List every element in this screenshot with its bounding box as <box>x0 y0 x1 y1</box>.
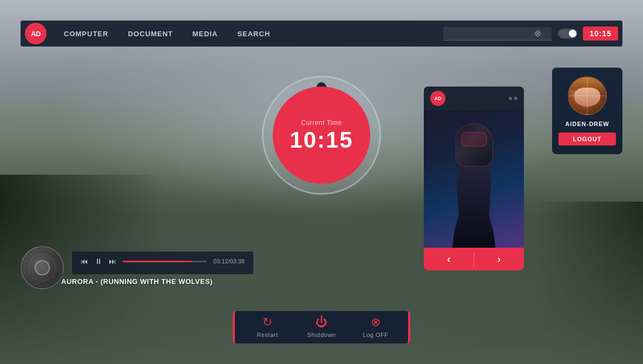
logout-button[interactable]: LOGOUT <box>559 133 616 145</box>
shutdown-icon: ⏻ <box>316 316 327 328</box>
card-logo: AD <box>430 91 445 106</box>
toggle-switch[interactable] <box>558 29 578 38</box>
nav-media[interactable]: MEDIA <box>184 27 227 41</box>
figure-decoration <box>442 112 507 248</box>
logoff-label: Log OFF <box>363 332 389 338</box>
nav-items: COMPUTER DOCUMENT MEDIA SEARCH <box>55 27 437 41</box>
action-logoff[interactable]: ⊗ Log OFF <box>359 316 392 338</box>
shutdown-label: Shutdown <box>307 332 336 338</box>
card-next-button[interactable]: › <box>474 248 524 270</box>
logo-text: AD <box>31 30 41 38</box>
action-shutdown[interactable]: ⏻ Shutdown <box>305 316 338 338</box>
action-restart[interactable]: ↻ Restart <box>251 316 284 338</box>
clock-badge: 10:15 <box>583 27 618 41</box>
controls-row: ⏮ ⏸ ⏭ 03:12/03:38 <box>81 257 245 266</box>
avatar-cross-overlay <box>569 77 606 114</box>
card-dots <box>509 97 517 100</box>
player-controls: ⏮ ⏸ ⏭ 03:12/03:38 <box>72 252 253 274</box>
nav-document[interactable]: DOCUMENT <box>119 27 181 41</box>
logoff-icon: ⊗ <box>371 316 380 328</box>
taskbar: AD COMPUTER DOCUMENT MEDIA SEARCH ⊗ 10:1… <box>21 21 622 47</box>
helmet-decoration <box>455 123 493 167</box>
card-dot-1 <box>509 97 512 100</box>
search-bar: ⊗ <box>443 27 552 41</box>
card-navigation: ‹ › <box>424 248 524 270</box>
search-clear-icon[interactable]: ⊗ <box>534 29 541 38</box>
user-card: AIDEN-DREW LOGOUT <box>552 68 622 154</box>
album-art <box>21 246 64 289</box>
clock-toggle-area: 10:15 <box>558 27 618 41</box>
action-bar: ↻ Restart ⏻ Shutdown ⊗ Log OFF <box>233 311 410 343</box>
time-display: 03:12/03:38 <box>213 258 245 264</box>
card-header: AD <box>424 87 524 110</box>
restart-label: Restart <box>257 332 278 338</box>
ui-layer: AD COMPUTER DOCUMENT MEDIA SEARCH ⊗ 10:1… <box>0 0 643 364</box>
card-logo-text: AD <box>435 96 442 101</box>
vinyl-ring-3 <box>34 260 50 276</box>
nav-computer[interactable]: COMPUTER <box>55 27 117 41</box>
restart-icon: ↻ <box>263 316 272 328</box>
card-image <box>424 110 524 248</box>
progress-bar[interactable] <box>123 261 207 262</box>
rewind-button[interactable]: ⏮ <box>81 257 88 266</box>
progress-fill <box>123 261 192 262</box>
clock-widget: Current Time 10:15 <box>262 76 381 195</box>
user-name: AIDEN-DREW <box>565 121 609 127</box>
forward-button[interactable]: ⏭ <box>109 257 116 266</box>
nav-search[interactable]: SEARCH <box>228 27 279 41</box>
logo-button[interactable]: AD <box>25 23 47 44</box>
clock-face: Current Time 10:15 <box>273 87 370 184</box>
media-card: AD ‹ › <box>424 87 524 270</box>
search-input[interactable] <box>448 29 534 37</box>
user-avatar <box>568 76 607 115</box>
pause-button[interactable]: ⏸ <box>95 257 102 266</box>
clock-time: 10:15 <box>290 129 353 151</box>
clock-label: Current Time <box>301 119 342 127</box>
music-player: ⏮ ⏸ ⏭ 03:12/03:38 AURORA - (RUNNING WITH… <box>21 252 253 286</box>
card-prev-button[interactable]: ‹ <box>424 248 474 270</box>
card-dot-2 <box>514 97 517 100</box>
